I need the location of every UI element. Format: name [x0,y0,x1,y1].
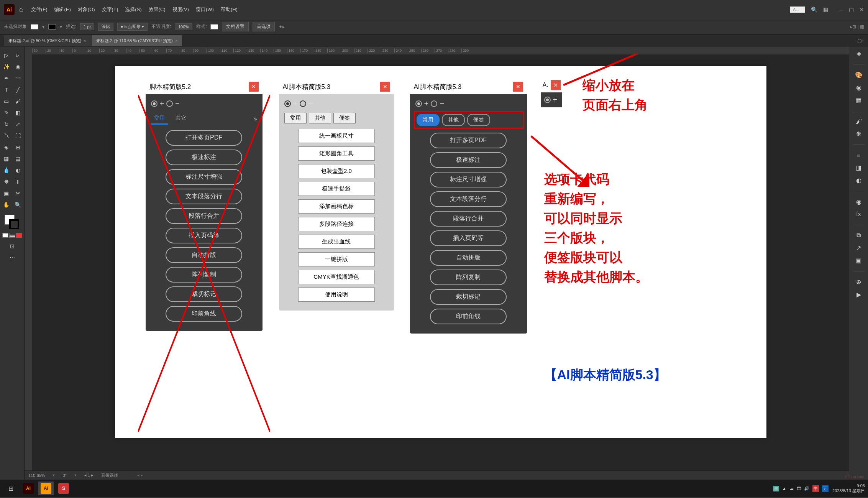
screen-mode-icon[interactable]: ⊡ [7,241,18,251]
menu-file[interactable]: 文件(F) [31,6,48,13]
script-button[interactable]: 多段路径连接 [298,217,375,231]
minimize-icon[interactable]: — [838,7,843,13]
script-button[interactable]: 插入页码等 [166,228,242,243]
rectangle-tool[interactable]: ▭ [1,96,12,107]
search-icon[interactable]: 🔍 [811,7,817,13]
graph-tool[interactable]: ⫿ [13,176,23,187]
doc-tab-1[interactable]: 未标题-2.ai @ 50 % (CMYK/CPU 预览)× [4,35,91,46]
artboards-panel-icon[interactable]: ▣ [856,257,861,264]
gradient-mode-icon[interactable] [9,233,15,238]
script-button[interactable]: 段落行合并 [430,211,507,227]
close-panel-icon[interactable]: ✕ [380,82,390,92]
script-button[interactable]: 极速标注 [166,150,242,165]
brush-dropdown[interactable]: ● 5 点圆形 ▾ [117,23,148,31]
workspace-icon[interactable]: ▦ [823,7,828,13]
script-button[interactable]: 自动拼版 [166,247,242,263]
doc-tab-2[interactable]: 未标题-2 @ 110.65 % (CMYK/CPU 预览)× [92,35,182,46]
script-button[interactable]: 裁切标记 [430,289,507,305]
magic-wand-tool[interactable]: ✨ [1,61,12,72]
artboard[interactable]: 脚本精简版5.2 ✕ + − 常用 [115,66,766,438]
script-button[interactable]: 印前角线 [166,306,242,322]
tab-common[interactable]: 常用 [284,113,307,123]
style-swatch[interactable] [210,24,218,30]
script-button[interactable]: CMYK查找潘通色 [298,270,375,284]
menu-effect[interactable]: 效果(C) [149,6,166,13]
width-tool[interactable]: 〽 [1,130,12,141]
script-button[interactable]: 阵列复制 [430,270,507,285]
script-button[interactable]: 打开多页PDF [430,133,507,148]
close-panel-icon[interactable]: ✕ [513,82,523,92]
doc-setup-button[interactable]: 文档设置 [222,22,249,31]
shape-builder-tool[interactable]: ◈ [1,142,12,153]
close-window-icon[interactable]: ✕ [860,7,864,13]
script-button[interactable]: 使用说明 [298,288,375,302]
shaper-tool[interactable]: ✎ [1,107,12,118]
free-transform-tool[interactable]: ⛶ [13,130,23,141]
layers-panel-icon[interactable]: ⧉ [857,232,861,239]
artboard-nav[interactable]: ◂ 1 ▸ [84,473,94,478]
tab-other[interactable]: 其他 [309,113,331,123]
menu-view[interactable]: 视图(V) [172,6,189,13]
cloud-sync-icon[interactable]: ◯+ [857,38,864,43]
selection-tool[interactable]: ▷ [1,50,12,61]
script-button[interactable]: 统一画板尺寸 [298,129,375,143]
script-button[interactable]: 裁切标记 [166,286,242,302]
slice-tool[interactable]: ✂ [13,188,23,199]
learn-panel-icon[interactable]: ▶ [857,291,861,298]
script-button[interactable]: 极速手提袋 [298,182,375,196]
prefs-button[interactable]: 首选项 [253,22,275,31]
color-swatches[interactable] [5,215,20,230]
panel-expand-icon[interactable]: ▸⊞ | ▦ [850,24,864,30]
ime-indicator[interactable]: 中 [812,485,819,492]
direct-selection-tool[interactable]: ▹ [13,50,23,61]
stroke-panel-icon[interactable]: ≡ [857,152,860,159]
taskbar-app-ai1[interactable]: Ai [21,482,36,495]
radio-option[interactable] [151,100,158,107]
blend-tool[interactable]: ◐ [13,165,23,176]
tab-notes[interactable]: 便签 [467,114,490,126]
radio-option[interactable] [300,100,306,107]
start-button[interactable]: ⊞ [3,482,18,495]
radio-option[interactable] [544,97,551,103]
zoom-level[interactable]: 110.65% [28,473,45,478]
script-button[interactable]: 插入页码等 [430,230,507,246]
color-panel-icon[interactable]: 🎨 [855,71,863,79]
script-button[interactable]: 印前角线 [430,309,507,324]
script-button[interactable]: 自动拼版 [430,250,507,266]
menu-window[interactable]: 窗口(W) [196,6,214,13]
brushes-panel-icon[interactable]: 🖌 [856,118,862,125]
type-tool[interactable]: T [1,84,12,95]
zoom-tool[interactable]: 🔍 [13,199,23,210]
asset-export-icon[interactable]: ↗ [856,244,861,251]
taskbar-app-ai2[interactable]: Ai [38,482,54,495]
line-tool[interactable]: ╱ [13,84,23,95]
script-button[interactable]: 极速标注 [430,152,507,168]
edit-toolbar-icon[interactable]: ⋯ [7,252,18,263]
menu-select[interactable]: 选择(S) [125,6,141,13]
normal-draw-icon[interactable] [2,233,8,238]
opacity-dropdown[interactable]: 100% [175,23,192,30]
color-guide-icon[interactable]: ◉ [856,84,861,91]
script-button[interactable]: 文本段落分行 [430,191,507,207]
none-mode-icon[interactable] [16,233,22,238]
script-button[interactable]: 阵列复制 [166,267,242,283]
script-button[interactable]: 生成出血线 [298,235,375,249]
stroke-swatch[interactable] [48,24,56,30]
close-panel-icon[interactable]: ✕ [551,80,561,90]
script-button[interactable]: 标注尺寸增强 [430,172,507,187]
gradient-tool[interactable]: ▤ [13,153,23,164]
mesh-tool[interactable]: ▦ [1,153,12,164]
script-button[interactable]: 标注尺寸增强 [166,169,242,185]
menu-edit[interactable]: 编辑(E) [54,6,71,13]
mini-search-box[interactable]: A... [790,7,805,13]
rotation-value[interactable]: 0° [62,473,67,478]
close-tab-icon[interactable]: × [84,38,86,43]
rotate-tool[interactable]: ↻ [1,119,12,130]
fill-swatch[interactable] [31,24,38,30]
menu-type[interactable]: 文字(T) [102,6,118,13]
menu-object[interactable]: 对象(O) [78,6,95,13]
close-tab-icon[interactable]: × [175,38,177,43]
tray-five-icon[interactable]: 五 [822,485,829,492]
graphic-styles-icon[interactable]: fx [856,211,861,218]
tab-other[interactable]: 其它 [170,113,192,125]
